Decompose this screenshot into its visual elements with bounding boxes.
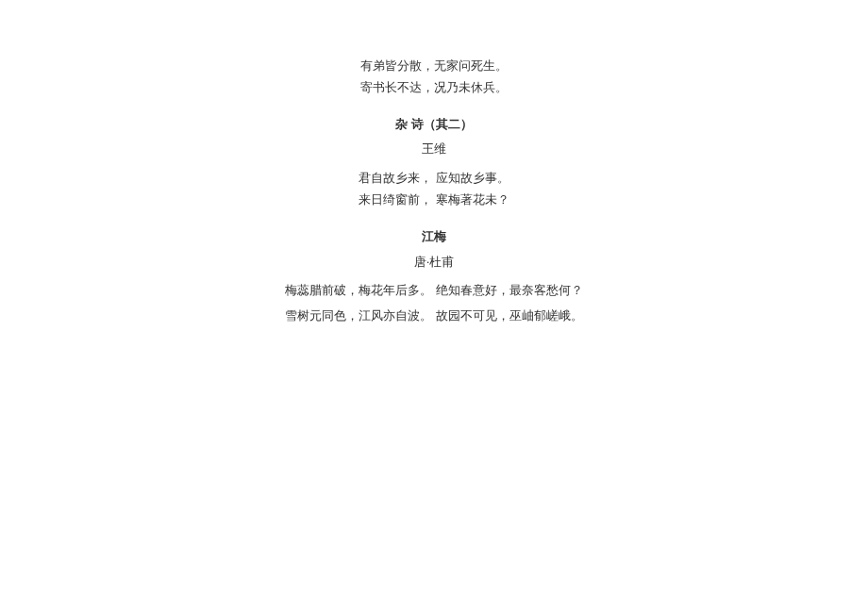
poem2-line2: 来日绮窗前， 寒梅著花未？ [0, 191, 868, 210]
poem2-title: 杂 诗（其二） [0, 115, 868, 135]
poem2-author: 王维 [0, 140, 868, 159]
poem1-line2: 寄书长不达，况乃未休兵。 [0, 78, 868, 98]
poem1-line1: 有弟皆分散，无家问死生。 [0, 57, 868, 76]
poem2-line1: 君自故乡来， 应知故乡事。 [0, 169, 868, 189]
poem3-title: 江梅 [0, 227, 868, 247]
poem3-author: 唐·杜甫 [0, 253, 868, 273]
poem3-line2: 雪树元同色，江风亦自波。 故园不可见，巫岫郁嵯峨。 [0, 306, 868, 326]
poem3-line1: 梅蕊腊前破，梅花年后多。 绝知春意好，最奈客愁何？ [0, 281, 868, 301]
document-content: 有弟皆分散，无家问死生。 寄书长不达，况乃未休兵。 杂 诗（其二） 王维 君自故… [0, 57, 868, 326]
